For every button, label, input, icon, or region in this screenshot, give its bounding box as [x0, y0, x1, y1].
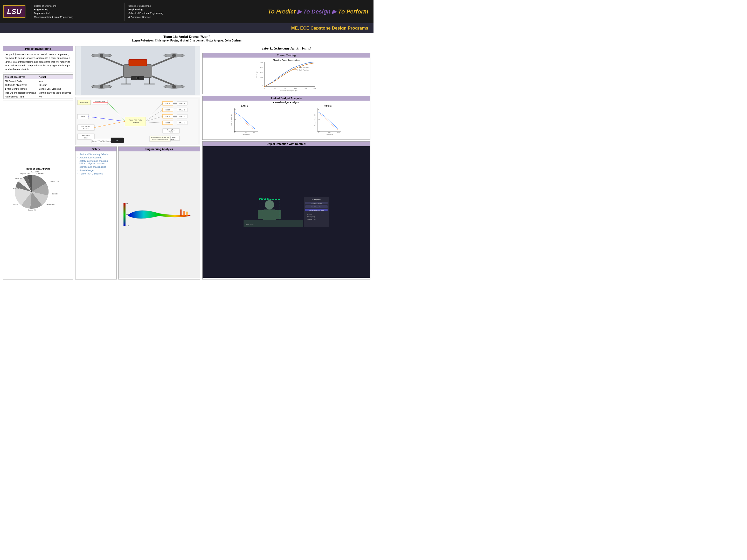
detection-box: Object Detection with Depth AI Person 0.… — [202, 141, 370, 279]
thrust-header: Thrust Testing — [203, 53, 370, 58]
objective-cell: Autonomous Flight — [4, 95, 37, 99]
svg-text:Receiver: Receiver — [83, 128, 89, 130]
circuit-diagram-box: Oak-D Lite Raspberry Pi 4 Servo RP1 2.4G… — [75, 97, 200, 145]
left-dept: Department of — [34, 11, 73, 15]
svg-text:AI Properties: AI Properties — [311, 199, 321, 201]
list-item: Safely storing and charging lithium poly… — [78, 160, 114, 165]
objectives-col1: Project Objectives — [4, 75, 37, 79]
middle-dept-info: College of Engineering Engineering Schoo… — [128, 4, 163, 19]
svg-text:SpeedyBee: SpeedyBee — [167, 129, 175, 131]
budget-pie-chart: Frame 13% Motors 12% ESC 9% Battery 11% … — [12, 171, 64, 213]
svg-text:📷: 📷 — [117, 140, 118, 141]
budget-pie-container: BUDGET BREAKDOWN — [3, 101, 73, 279]
bottom-middle: Safety First and Secondary failsafeAuton… — [75, 146, 200, 279]
cfd-svg: 3.5 1.5 -0.5 — [123, 202, 196, 228]
engineering-header: Engineering Analysis — [119, 147, 200, 152]
budget-charts: 2.4GHz Distance (ft) Received Power (dB)… — [203, 104, 370, 139]
list-item: First and Secondary failsafe — [78, 153, 114, 156]
svg-text:Received Power (dB): Received Power (dB) — [231, 114, 232, 126]
svg-rect-143 — [276, 210, 281, 219]
svg-text:M9N-5883: M9N-5883 — [82, 135, 90, 136]
subtitle-text: ME, ECE Capstone Design Programs — [291, 26, 368, 31]
table-row: 1 Mile Control RangeControl yes, Video n… — [4, 87, 73, 91]
svg-text:Control 15%: Control 15% — [31, 171, 40, 173]
svg-text:Power to flight controller and: Power to flight controller and — [151, 137, 169, 138]
project-background-content: As participants of the 2023 LSU Aerial D… — [3, 51, 73, 73]
list-item: Storage and charging bag — [78, 166, 114, 168]
middle-cs: & Computer Science — [128, 15, 163, 19]
svg-text:3.5: 3.5 — [126, 203, 128, 205]
objective-cell: Pick Up and Release Payload — [4, 91, 37, 95]
svg-text:1.5: 1.5 — [126, 214, 128, 215]
engineering-box: Engineering Analysis — [118, 146, 200, 279]
svg-text:ESC 3: ESC 3 — [165, 109, 170, 111]
table-row: 3D Printed BodyYes — [4, 79, 73, 83]
svg-rect-94 — [183, 211, 185, 216]
list-item: Smart charger — [78, 169, 114, 171]
svg-rect-89 — [124, 203, 126, 226]
svg-text:Received Power (dB): Received Power (dB) — [314, 114, 316, 126]
freq1-label: 2.4GHz — [204, 105, 286, 107]
svg-text:-0.5: -0.5 — [126, 225, 129, 226]
actual-cell: >21 min — [37, 83, 73, 87]
svg-text:ESC 4: ESC 4 — [165, 103, 170, 104]
svg-text:ESC 1: ESC 1 — [165, 122, 170, 124]
actual-cell: Yes — [37, 79, 73, 83]
svg-text:2000: 2000 — [337, 132, 339, 133]
svg-point-21 — [100, 54, 103, 57]
budget-subtitle: Linked Budget Analysis — [203, 101, 370, 104]
svg-text:1100: 1100 — [260, 61, 263, 63]
svg-text:Foxeer T-Rex Mini Camera: Foxeer T-Rex Mini Camera — [92, 140, 111, 142]
freq2-label: 5.8GHz — [287, 105, 369, 107]
svg-text:Detected:: Detected: — [307, 213, 312, 215]
svg-text:FC 8%: FC 8% — [14, 204, 19, 205]
svg-text:Battery 11%: Battery 11% — [46, 204, 54, 205]
actual-cell: Control yes, Video no — [37, 87, 73, 91]
svg-rect-25 — [129, 59, 147, 66]
main-content: Project Background As participants of th… — [0, 44, 374, 280]
col-left: Project Background As participants of th… — [3, 46, 73, 279]
svg-text:Motor 2: Motor 2 — [179, 116, 185, 117]
detection-image: Person 0.87 Depth: 1.2m AI Properties Sh… — [203, 146, 370, 278]
engineering-analysis-img: 3.5 1.5 -0.5 — [119, 152, 200, 278]
thrust-chart: Thrust vs Power Consumption 1100 800 500… — [255, 58, 317, 92]
svg-text:Person (0.87): Person (0.87) — [307, 216, 315, 217]
left-college: College of Engineering — [34, 4, 73, 8]
svg-rect-117 — [231, 107, 259, 138]
svg-text:Thrust vs Power Consumption: Thrust vs Power Consumption — [273, 59, 300, 61]
svg-text:-150: -150 — [317, 130, 319, 132]
svg-text:Thrust (g): Thrust (g) — [256, 72, 258, 78]
svg-text:Distance (ft): Distance (ft) — [326, 134, 333, 135]
svg-rect-12 — [124, 64, 152, 78]
circuit-svg: Oak-D Lite Raspberry Pi 4 Servo RP1 2.4G… — [77, 99, 199, 144]
svg-text:Motor 4: Motor 4 — [179, 103, 185, 104]
svg-rect-95 — [186, 212, 188, 216]
svg-text:100: 100 — [284, 88, 287, 89]
svg-point-27 — [136, 77, 139, 79]
svg-text:Show all classes: Show all classes — [311, 203, 322, 204]
svg-text:Person 0.87: Person 0.87 — [259, 197, 269, 199]
svg-text:Props 5%: Props 5% — [15, 178, 22, 179]
fund-logo: Isby L. Schexnayder, Jr. Fund — [202, 46, 370, 51]
svg-rect-93 — [180, 210, 182, 216]
svg-text:Matek F405 Flight: Matek F405 Flight — [129, 119, 141, 121]
svg-text:Motors 12%: Motors 12% — [51, 181, 59, 182]
svg-rect-142 — [258, 210, 263, 219]
objective-cell: 20 Minute Flight Time — [4, 83, 37, 87]
lsu-logo: LSU — [3, 5, 25, 18]
actual-cell: No — [37, 95, 73, 99]
svg-text:-150: -150 — [234, 130, 236, 132]
svg-text:Servo: Servo — [81, 116, 85, 117]
col-right: Isby L. Schexnayder, Jr. Fund Thrust Tes… — [202, 46, 370, 279]
svg-text:Oak-D Lite: Oak-D Lite — [80, 102, 88, 103]
svg-text:Confidence: 0.5: Confidence: 0.5 — [311, 206, 321, 208]
header: LSU College of Engineering Engineering D… — [0, 0, 374, 23]
thrust-chart-area: Thrust vs Power Consumption 1100 800 500… — [203, 58, 370, 92]
svg-text:Controller: Controller — [132, 122, 139, 124]
budget-58ghz: 5.8GHz Distance (ft) Received Power (dB)… — [287, 105, 369, 139]
tagline-arrow2: ▶ — [332, 8, 338, 15]
svg-point-22 — [172, 54, 176, 57]
svg-point-24 — [172, 85, 176, 88]
safety-list: First and Secondary failsafeAutonomous O… — [76, 152, 117, 177]
middle-engineering: Engineering — [128, 8, 163, 11]
